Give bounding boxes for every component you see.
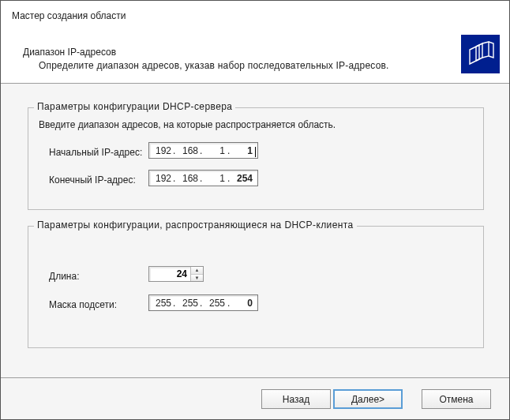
length-spinner-buttons: ▲ ▼ — [190, 267, 203, 281]
end-ip-input[interactable]: 192. 168. 1. 254 — [148, 170, 258, 186]
group-dhcp-client-title: Параметры конфигурации, распространяющие… — [34, 219, 357, 231]
page-description: Определите диапазон адресов, указав набо… — [39, 60, 389, 71]
group-dhcp-server-title: Параметры конфигурации DHCP-сервера — [34, 101, 235, 112]
end-ip-label: Конечный IP-адрес: — [49, 174, 136, 186]
length-label: Длина: — [49, 271, 79, 282]
group-dhcp-server: Параметры конфигурации DHCP-сервера Введ… — [28, 107, 484, 210]
back-button[interactable]: Назад — [261, 389, 331, 409]
start-ip-octet-4[interactable]: 1 — [231, 145, 257, 156]
wizard-footer: Назад Далее> Отмена — [1, 377, 509, 419]
end-ip-octet-3[interactable]: 1 — [203, 173, 227, 184]
mask-octet-3[interactable]: 255 — [203, 298, 227, 309]
wizard-body: Параметры конфигурации DHCP-сервера Введ… — [1, 84, 509, 377]
wizard-header: Мастер создания области Диапазон IP-адре… — [1, 1, 509, 84]
mask-octet-2[interactable]: 255 — [176, 298, 200, 309]
start-ip-octet-3[interactable]: 1 — [203, 145, 227, 156]
length-spinner[interactable]: 24 ▲ ▼ — [148, 266, 204, 282]
length-value[interactable]: 24 — [149, 267, 190, 281]
text-caret — [255, 147, 256, 157]
group-dhcp-client: Параметры конфигурации, распространяющие… — [28, 226, 484, 348]
subnet-mask-input[interactable]: 255. 255. 255. 0 — [148, 294, 258, 311]
start-ip-octet-2[interactable]: 168 — [176, 145, 200, 156]
start-ip-input[interactable]: 192. 168. 1. 1 — [148, 142, 258, 159]
end-ip-octet-4[interactable]: 254 — [231, 173, 257, 184]
end-ip-octet-1[interactable]: 192 — [149, 173, 173, 184]
wizard-title: Мастер создания области — [12, 10, 126, 21]
end-ip-octet-2[interactable]: 168 — [176, 173, 200, 184]
mask-octet-1[interactable]: 255 — [149, 298, 173, 309]
mask-octet-4[interactable]: 0 — [231, 298, 257, 309]
wizard-window: Мастер создания области Диапазон IP-адре… — [0, 0, 510, 420]
server-range-intro: Введите диапазон адресов, на которые рас… — [39, 119, 336, 130]
folders-icon — [461, 35, 500, 73]
length-spin-up[interactable]: ▲ — [191, 267, 203, 275]
page-title: Диапазон IP-адресов — [23, 47, 116, 58]
length-spin-down[interactable]: ▼ — [191, 275, 203, 282]
start-ip-octet-1[interactable]: 192 — [149, 145, 173, 156]
cancel-button[interactable]: Отмена — [422, 389, 491, 409]
start-ip-label: Начальный IP-адрес: — [49, 147, 142, 158]
subnet-mask-label: Маска подсети: — [49, 299, 117, 310]
next-button[interactable]: Далее> — [333, 389, 403, 409]
